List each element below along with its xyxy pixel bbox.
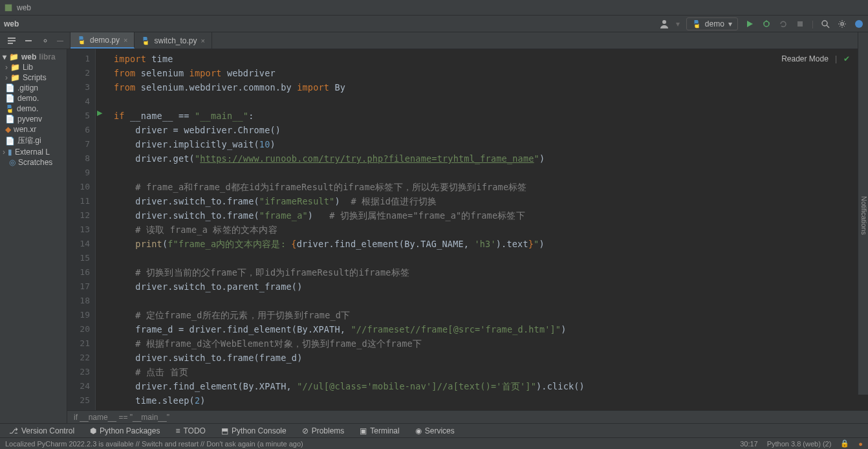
app-icon (4, 3, 13, 12)
svg-line-9 (827, 25, 829, 28)
gear-icon[interactable] (837, 19, 847, 29)
package-icon: ⬢ (90, 426, 96, 435)
svg-point-10 (841, 23, 843, 25)
tw-todo[interactable]: ≡TODO (175, 426, 205, 435)
tab-demo-py[interactable]: demo.py × (71, 32, 135, 49)
code-area[interactable]: import time from selenium import webdriv… (107, 49, 868, 410)
svg-rect-1 (5, 4, 12, 11)
tree-scratches[interactable]: ◎Scratches (0, 157, 67, 168)
chevron-right-icon: › (3, 148, 5, 157)
navigation-bar: web ▾ demo ▾ | (0, 16, 868, 32)
tree-item[interactable]: 📄.gitign (0, 83, 67, 93)
tree-item[interactable]: 📄压缩.gi (0, 135, 67, 147)
tree-item[interactable]: ›📁Lib (0, 62, 67, 72)
collapse-icon[interactable] (23, 36, 34, 46)
tab-label: switch_to.py (154, 36, 197, 45)
folder-icon: 📁 (10, 73, 20, 82)
notifications-tool-tab[interactable]: Notifications (858, 32, 868, 395)
tree-item[interactable]: demo. (0, 104, 67, 114)
editor: Reader Mode | ✔ 123456789101112131415161… (67, 49, 868, 423)
root-label: web (21, 52, 36, 61)
file-icon: 📄 (5, 94, 15, 103)
folder-icon: 📁 (10, 63, 20, 72)
file-icon: 📄 (5, 115, 15, 124)
tw-python-packages[interactable]: ⬢Python Packages (90, 426, 160, 435)
tree-item[interactable]: 📄pyvenv (0, 114, 67, 124)
check-icon: ✔ (843, 54, 850, 63)
library-icon: ▮ (8, 148, 12, 157)
rainbow-icon[interactable] (854, 19, 864, 29)
rerun-icon[interactable] (778, 19, 788, 29)
tab-switch-to-py[interactable]: switch_to.py × (135, 32, 212, 49)
stop-icon[interactable] (795, 19, 805, 29)
xml-file-icon: ◆ (5, 125, 11, 134)
svg-point-11 (855, 20, 863, 28)
cursor-position[interactable]: 30:17 (740, 440, 758, 448)
code-breadcrumb[interactable]: if __name__ == "__main__" (67, 410, 868, 423)
run-config-label: demo (705, 19, 724, 28)
tab-label: demo.py (90, 36, 120, 45)
root-suffix: libra (39, 52, 55, 61)
tree-item[interactable]: 📄demo. (0, 93, 67, 104)
chevron-right-icon: › (5, 63, 8, 72)
folder-icon: 📁 (9, 52, 19, 61)
svg-rect-14 (8, 43, 13, 44)
svg-rect-7 (797, 21, 803, 27)
problems-icon: ⊘ (302, 426, 309, 435)
python-file-icon (5, 104, 14, 113)
line-number-gutter: 1234567891011121314151617181920212223242… (67, 49, 96, 410)
console-icon: ⬒ (221, 426, 228, 435)
lock-icon[interactable]: 🔒 (840, 439, 849, 448)
interpreter-label[interactable]: Python 3.8 (web) (2) (767, 440, 832, 448)
editor-tabs: — demo.py × switch_to.py × ⋮ (0, 32, 868, 49)
tree-external-libraries[interactable]: ›▮External L (0, 147, 67, 157)
tw-services[interactable]: ◉Services (415, 426, 455, 435)
svg-rect-12 (8, 38, 16, 39)
svg-point-3 (764, 21, 769, 27)
window-title: web (17, 3, 31, 12)
close-icon[interactable]: × (201, 37, 205, 45)
tree-root[interactable]: ▾ 📁 web libra (0, 52, 67, 62)
search-icon[interactable] (820, 19, 830, 29)
todo-icon: ≡ (175, 426, 180, 435)
debug-icon[interactable] (761, 19, 772, 29)
branch-icon: ⎇ (9, 426, 18, 435)
svg-point-16 (44, 39, 47, 42)
chevron-down-icon: ▾ (3, 52, 6, 61)
scratches-icon: ◎ (9, 158, 16, 167)
svg-point-8 (822, 21, 827, 26)
svg-point-2 (662, 20, 666, 24)
services-icon: ◉ (415, 426, 422, 435)
run-configuration-selector[interactable]: demo ▾ (686, 17, 738, 30)
file-icon: 📄 (5, 83, 15, 93)
tree-item[interactable]: ◆wen.xr (0, 124, 67, 135)
status-bar: Localized PyCharm 2022.2.3 is available … (0, 437, 868, 449)
close-icon[interactable]: × (124, 36, 127, 44)
project-tree[interactable]: ▾ 📁 web libra ›📁Lib ›📁Scripts 📄.gitign 📄… (0, 49, 67, 423)
breadcrumb[interactable]: web (4, 19, 19, 28)
tool-window-bar: ⎇Version Control ⬢Python Packages ≡TODO … (0, 423, 868, 437)
tw-version-control[interactable]: ⎇Version Control (9, 426, 74, 435)
gear-icon[interactable] (40, 36, 50, 46)
warning-icon[interactable]: ● (858, 440, 863, 448)
run-icon[interactable] (744, 19, 755, 29)
project-view-toggle-icon[interactable] (6, 36, 17, 46)
terminal-icon: ▣ (360, 426, 367, 435)
tree-item[interactable]: ›📁Scripts (0, 72, 67, 83)
tw-python-console[interactable]: ⬒Python Console (221, 426, 287, 435)
reader-mode-label: Reader Mode (781, 54, 829, 63)
titlebar: web (0, 0, 868, 16)
run-icon[interactable]: ▶ (97, 109, 102, 117)
tw-terminal[interactable]: ▣Terminal (360, 426, 399, 435)
status-message[interactable]: Localized PyCharm 2022.2.3 is available … (5, 440, 303, 448)
tw-problems[interactable]: ⊘Problems (302, 426, 345, 435)
svg-rect-13 (8, 40, 16, 41)
reader-mode-banner[interactable]: Reader Mode | ✔ (777, 53, 854, 65)
file-icon: 📄 (5, 137, 15, 146)
user-icon[interactable] (659, 19, 669, 29)
chevron-right-icon: › (5, 73, 8, 82)
run-gutter[interactable]: ▶ (96, 49, 107, 410)
